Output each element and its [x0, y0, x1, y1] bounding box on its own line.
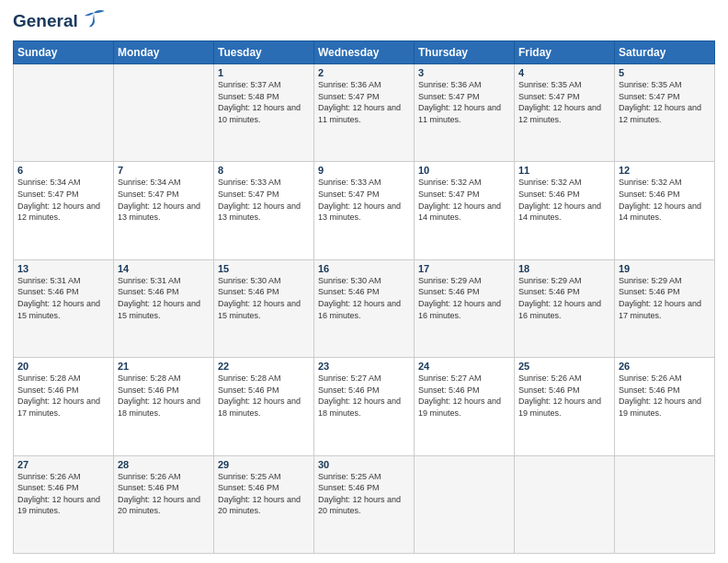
calendar-cell: 12Sunrise: 5:32 AMSunset: 5:46 PMDayligh… [615, 162, 715, 259]
day-number: 10 [418, 165, 510, 176]
calendar-cell: 20Sunrise: 5:28 AMSunset: 5:46 PMDayligh… [14, 358, 114, 455]
calendar-cell: 2Sunrise: 5:36 AMSunset: 5:47 PMDaylight… [314, 64, 415, 162]
day-info: Sunrise: 5:33 AMSunset: 5:47 PMDaylight:… [218, 177, 310, 223]
calendar-cell [415, 455, 515, 553]
day-info: Sunrise: 5:35 AMSunset: 5:47 PMDaylight:… [518, 79, 610, 125]
day-info: Sunrise: 5:26 AMSunset: 5:46 PMDaylight:… [619, 373, 711, 419]
calendar-cell: 7Sunrise: 5:34 AMSunset: 5:47 PMDaylight… [114, 162, 214, 259]
calendar-cell: 9Sunrise: 5:33 AMSunset: 5:47 PMDaylight… [314, 162, 415, 259]
logo-general-text: General [13, 11, 78, 31]
calendar-cell: 21Sunrise: 5:28 AMSunset: 5:46 PMDayligh… [114, 358, 214, 455]
calendar-cell: 27Sunrise: 5:26 AMSunset: 5:46 PMDayligh… [14, 455, 114, 553]
day-info: Sunrise: 5:33 AMSunset: 5:47 PMDaylight:… [318, 177, 410, 223]
day-number: 21 [118, 361, 210, 372]
day-number: 20 [17, 361, 109, 372]
day-info: Sunrise: 5:36 AMSunset: 5:47 PMDaylight:… [418, 79, 510, 125]
day-info: Sunrise: 5:27 AMSunset: 5:46 PMDaylight:… [318, 373, 410, 419]
calendar-cell: 23Sunrise: 5:27 AMSunset: 5:46 PMDayligh… [314, 358, 415, 455]
day-number: 26 [619, 361, 711, 372]
day-number: 8 [218, 165, 310, 176]
day-number: 25 [518, 361, 610, 372]
calendar-cell: 19Sunrise: 5:29 AMSunset: 5:46 PMDayligh… [615, 259, 715, 357]
day-number: 11 [518, 165, 610, 176]
calendar-cell: 14Sunrise: 5:31 AMSunset: 5:46 PMDayligh… [114, 259, 214, 357]
page: General SundayMondayTuesdayWednesdayT [0, 0, 728, 563]
calendar-cell: 11Sunrise: 5:32 AMSunset: 5:46 PMDayligh… [515, 162, 615, 259]
day-number: 27 [17, 459, 109, 470]
day-number: 23 [318, 361, 410, 372]
calendar-cell [515, 455, 615, 553]
day-info: Sunrise: 5:30 AMSunset: 5:46 PMDaylight:… [318, 275, 410, 321]
day-number: 22 [218, 361, 310, 372]
day-info: Sunrise: 5:30 AMSunset: 5:46 PMDaylight:… [218, 275, 310, 321]
calendar-cell: 24Sunrise: 5:27 AMSunset: 5:46 PMDayligh… [415, 358, 515, 455]
calendar-cell: 26Sunrise: 5:26 AMSunset: 5:46 PMDayligh… [615, 358, 715, 455]
day-number: 29 [218, 459, 310, 470]
calendar-cell: 25Sunrise: 5:26 AMSunset: 5:46 PMDayligh… [515, 358, 615, 455]
col-header-monday: Monday [114, 41, 214, 64]
calendar-cell: 29Sunrise: 5:25 AMSunset: 5:46 PMDayligh… [214, 455, 314, 553]
day-info: Sunrise: 5:26 AMSunset: 5:46 PMDaylight:… [518, 373, 610, 419]
day-info: Sunrise: 5:34 AMSunset: 5:47 PMDaylight:… [17, 177, 109, 223]
calendar-cell: 16Sunrise: 5:30 AMSunset: 5:46 PMDayligh… [314, 259, 415, 357]
header: General [13, 9, 715, 33]
day-number: 6 [17, 165, 109, 176]
day-number: 19 [619, 263, 711, 274]
calendar-week-row: 13Sunrise: 5:31 AMSunset: 5:46 PMDayligh… [14, 259, 715, 357]
col-header-wednesday: Wednesday [314, 41, 415, 64]
calendar-cell [14, 64, 114, 162]
day-number: 2 [318, 67, 410, 78]
calendar-cell: 22Sunrise: 5:28 AMSunset: 5:46 PMDayligh… [214, 358, 314, 455]
day-number: 13 [17, 263, 109, 274]
day-info: Sunrise: 5:31 AMSunset: 5:46 PMDaylight:… [118, 275, 210, 321]
calendar-cell: 18Sunrise: 5:29 AMSunset: 5:46 PMDayligh… [515, 259, 615, 357]
calendar-cell: 6Sunrise: 5:34 AMSunset: 5:47 PMDaylight… [14, 162, 114, 259]
day-number: 28 [118, 459, 210, 470]
day-info: Sunrise: 5:27 AMSunset: 5:46 PMDaylight:… [418, 373, 510, 419]
day-number: 9 [318, 165, 410, 176]
day-number: 15 [218, 263, 310, 274]
day-number: 14 [118, 263, 210, 274]
col-header-tuesday: Tuesday [214, 41, 314, 64]
calendar-cell: 13Sunrise: 5:31 AMSunset: 5:46 PMDayligh… [14, 259, 114, 357]
day-number: 5 [619, 67, 711, 78]
day-number: 24 [418, 361, 510, 372]
day-info: Sunrise: 5:37 AMSunset: 5:48 PMDaylight:… [218, 79, 310, 125]
day-info: Sunrise: 5:36 AMSunset: 5:47 PMDaylight:… [318, 79, 410, 125]
day-number: 12 [619, 165, 711, 176]
day-number: 7 [118, 165, 210, 176]
day-info: Sunrise: 5:28 AMSunset: 5:46 PMDaylight:… [17, 373, 109, 419]
day-number: 16 [318, 263, 410, 274]
calendar-cell: 4Sunrise: 5:35 AMSunset: 5:47 PMDaylight… [515, 64, 615, 162]
logo-area: General [13, 9, 107, 33]
day-info: Sunrise: 5:32 AMSunset: 5:46 PMDaylight:… [619, 177, 711, 223]
calendar-cell: 30Sunrise: 5:25 AMSunset: 5:46 PMDayligh… [314, 455, 415, 553]
day-info: Sunrise: 5:29 AMSunset: 5:46 PMDaylight:… [418, 275, 510, 321]
logo-bird-icon [81, 9, 107, 33]
day-info: Sunrise: 5:26 AMSunset: 5:46 PMDaylight:… [17, 471, 109, 517]
day-number: 1 [218, 67, 310, 78]
calendar-cell: 1Sunrise: 5:37 AMSunset: 5:48 PMDaylight… [214, 64, 314, 162]
day-number: 3 [418, 67, 510, 78]
day-info: Sunrise: 5:29 AMSunset: 5:46 PMDaylight:… [619, 275, 711, 321]
day-info: Sunrise: 5:29 AMSunset: 5:46 PMDaylight:… [518, 275, 610, 321]
calendar-cell: 15Sunrise: 5:30 AMSunset: 5:46 PMDayligh… [214, 259, 314, 357]
calendar-header-row: SundayMondayTuesdayWednesdayThursdayFrid… [14, 41, 715, 64]
col-header-sunday: Sunday [14, 41, 114, 64]
calendar-table: SundayMondayTuesdayWednesdayThursdayFrid… [13, 40, 715, 554]
calendar-cell: 8Sunrise: 5:33 AMSunset: 5:47 PMDaylight… [214, 162, 314, 259]
day-info: Sunrise: 5:28 AMSunset: 5:46 PMDaylight:… [218, 373, 310, 419]
calendar-cell [114, 64, 214, 162]
calendar-cell: 28Sunrise: 5:26 AMSunset: 5:46 PMDayligh… [114, 455, 214, 553]
calendar-cell: 17Sunrise: 5:29 AMSunset: 5:46 PMDayligh… [415, 259, 515, 357]
calendar-cell: 3Sunrise: 5:36 AMSunset: 5:47 PMDaylight… [415, 64, 515, 162]
calendar-week-row: 27Sunrise: 5:26 AMSunset: 5:46 PMDayligh… [14, 455, 715, 553]
day-info: Sunrise: 5:25 AMSunset: 5:46 PMDaylight:… [318, 471, 410, 517]
day-info: Sunrise: 5:32 AMSunset: 5:46 PMDaylight:… [518, 177, 610, 223]
calendar-cell [615, 455, 715, 553]
calendar-cell: 5Sunrise: 5:35 AMSunset: 5:47 PMDaylight… [615, 64, 715, 162]
day-info: Sunrise: 5:35 AMSunset: 5:47 PMDaylight:… [619, 79, 711, 125]
day-number: 4 [518, 67, 610, 78]
calendar-week-row: 6Sunrise: 5:34 AMSunset: 5:47 PMDaylight… [14, 162, 715, 259]
col-header-friday: Friday [515, 41, 615, 64]
